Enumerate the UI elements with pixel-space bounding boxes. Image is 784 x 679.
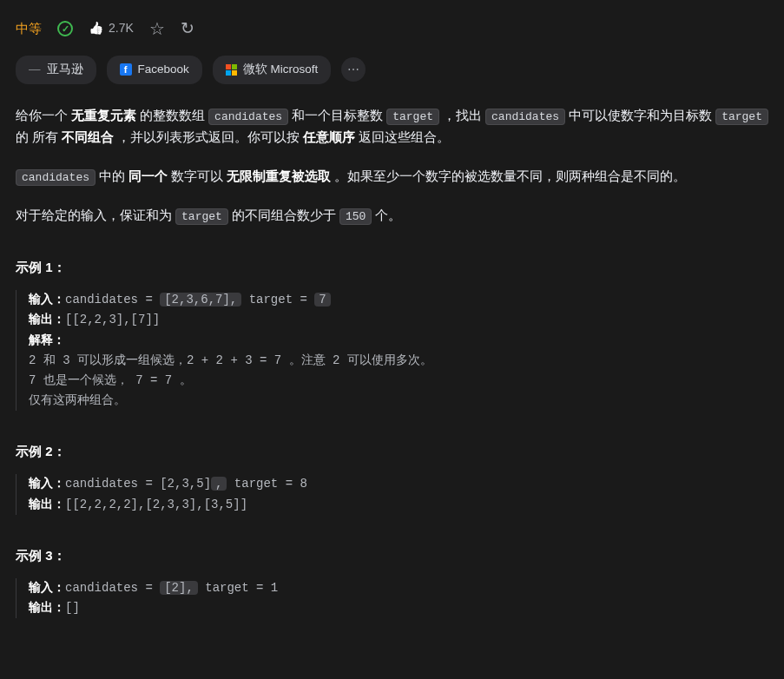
header-row: 中等 2.7K: [16, 0, 768, 56]
example-2-block: 输入：candidates = [2,3,5], target = 8 输出：[…: [16, 474, 768, 514]
example-1-block: 输入：candidates = [2,3,6,7], target = 7 输出…: [16, 290, 768, 411]
code-target: target: [715, 109, 768, 125]
company-label: Facebook: [138, 60, 189, 80]
problem-description: 给你一个 无重复元素 的整数数组 candidates 和一个目标整数 targ…: [16, 105, 768, 227]
code-target: target: [175, 208, 228, 225]
company-label: 亚马逊: [47, 60, 83, 80]
dash-icon: [29, 60, 41, 80]
facebook-icon: [120, 63, 132, 76]
company-label: 微软 Microsoft: [243, 60, 319, 80]
code-candidates: candidates: [485, 109, 565, 125]
likes-count: 2.7K: [109, 18, 134, 39]
code-candidates: candidates: [208, 109, 288, 125]
code-target: target: [386, 109, 439, 125]
description-paragraph: 给你一个 无重复元素 的整数数组 candidates 和一个目标整数 targ…: [16, 105, 768, 148]
reload-icon[interactable]: [181, 15, 194, 43]
code-candidates: candidates: [16, 169, 96, 186]
company-tags-row: 亚马逊 Facebook 微软 Microsoft: [16, 56, 768, 84]
example-3-title: 示例 3：: [16, 544, 768, 567]
company-tag-amazon[interactable]: 亚马逊: [16, 56, 96, 84]
example-2-title: 示例 2：: [16, 440, 768, 463]
likes-button[interactable]: 2.7K: [89, 18, 134, 39]
description-paragraph: 对于给定的输入，保证和为 target 的不同组合数少于 150 个。: [16, 205, 768, 227]
difficulty-label: 中等: [16, 17, 42, 40]
microsoft-icon: [226, 64, 237, 76]
code-150: 150: [339, 208, 372, 225]
more-companies-button[interactable]: [341, 57, 366, 82]
example-1-title: 示例 1：: [16, 256, 768, 279]
description-paragraph: candidates 中的 同一个 数字可以 无限制重复被选取 。如果至少一个数…: [16, 166, 768, 188]
company-tag-microsoft[interactable]: 微软 Microsoft: [213, 56, 332, 84]
star-icon[interactable]: [149, 14, 165, 43]
company-tag-facebook[interactable]: Facebook: [107, 56, 202, 84]
thumb-up-icon: [89, 18, 103, 39]
check-circle-icon: [57, 21, 73, 36]
example-3-block: 输入：candidates = [2], target = 1 输出：[]: [16, 578, 768, 618]
